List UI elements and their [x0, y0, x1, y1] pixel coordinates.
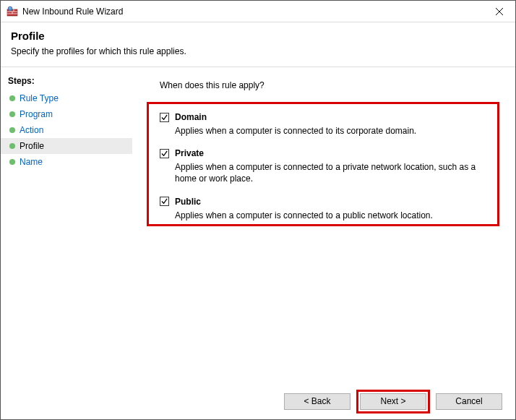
close-button[interactable]: [483, 1, 515, 22]
page-title: Profile: [11, 30, 505, 42]
profile-description: Applies when a computer is connected to …: [175, 161, 486, 184]
firewall-icon: [7, 6, 18, 17]
step-bullet-icon: [9, 127, 15, 133]
step-bullet-icon: [9, 159, 15, 165]
titlebar: New Inbound Rule Wizard: [1, 1, 515, 22]
step-label: Action: [20, 125, 43, 135]
private-checkbox[interactable]: [160, 149, 169, 158]
page-subtitle: Specify the profiles for which this rule…: [11, 46, 505, 56]
step-label: Name: [20, 157, 43, 167]
wizard-footer: < Back Next > Cancel: [1, 383, 515, 419]
profiles-group: Domain Applies when a computer is connec…: [160, 112, 499, 221]
next-button[interactable]: Next >: [360, 393, 426, 410]
profile-description: Applies when a computer is connected to …: [175, 210, 486, 221]
step-label: Rule Type: [20, 93, 59, 103]
check-icon: [160, 197, 168, 205]
wizard-window: New Inbound Rule Wizard Profile Specify …: [0, 0, 516, 420]
close-icon: [496, 8, 503, 15]
check-icon: [160, 150, 168, 158]
public-checkbox[interactable]: [160, 197, 169, 206]
back-button[interactable]: < Back: [284, 393, 351, 410]
step-profile[interactable]: Profile: [1, 138, 132, 154]
profile-name: Private: [175, 148, 204, 158]
content-prompt: When does this rule apply?: [160, 80, 499, 90]
step-bullet-icon: [9, 95, 15, 101]
step-name[interactable]: Name: [1, 154, 132, 170]
step-label: Program: [20, 109, 53, 119]
step-program[interactable]: Program: [1, 106, 132, 122]
domain-checkbox[interactable]: [160, 113, 169, 122]
profile-public: Public Applies when a computer is connec…: [160, 197, 499, 221]
wizard-body: Steps: Rule Type Program Action Profile …: [1, 67, 515, 383]
check-icon: [160, 113, 168, 121]
step-label: Profile: [20, 141, 44, 151]
step-rule-type[interactable]: Rule Type: [1, 90, 132, 106]
profile-name: Domain: [175, 112, 207, 122]
profile-description: Applies when a computer is connected to …: [175, 125, 486, 137]
steps-heading: Steps:: [1, 73, 132, 90]
step-action[interactable]: Action: [1, 122, 132, 138]
profile-domain: Domain Applies when a computer is connec…: [160, 112, 499, 137]
content-area: When does this rule apply? Domain Applie…: [132, 67, 515, 383]
step-bullet-icon: [9, 111, 15, 117]
annotation-highlight-next: Next >: [356, 390, 430, 413]
page-header: Profile Specify the profiles for which t…: [1, 22, 515, 67]
profile-private: Private Applies when a computer is conne…: [160, 148, 499, 184]
window-title: New Inbound Rule Wizard: [22, 7, 483, 17]
cancel-button[interactable]: Cancel: [436, 393, 502, 410]
step-bullet-icon: [9, 143, 15, 149]
steps-sidebar: Steps: Rule Type Program Action Profile …: [1, 67, 132, 383]
profile-name: Public: [175, 197, 201, 207]
